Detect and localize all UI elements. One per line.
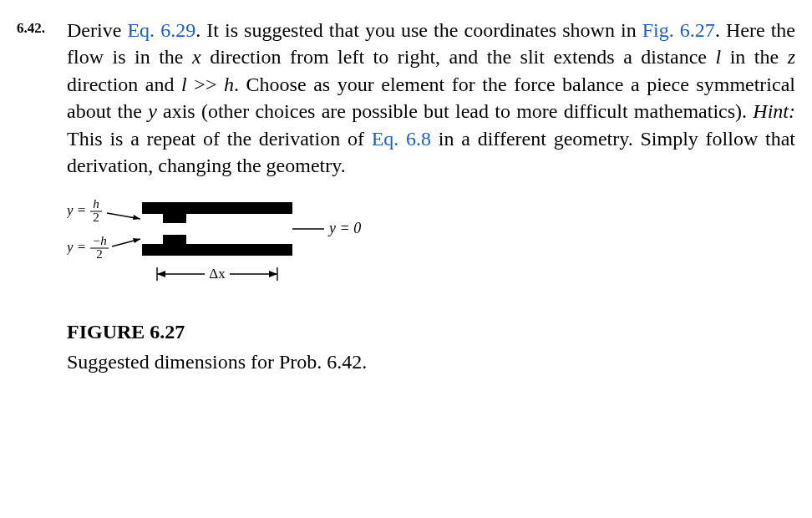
- label-y-top: y = h 2: [67, 197, 102, 224]
- svg-text:2: 2: [93, 211, 99, 224]
- label-y-bot: y = −h 2: [67, 234, 109, 261]
- problem-block: 6.42. Derive Eq. 6.29. It is suggested t…: [17, 17, 795, 376]
- top-plate: [142, 202, 292, 223]
- svg-text:y =: y =: [67, 239, 86, 255]
- svg-text:Δx: Δx: [209, 266, 226, 282]
- figure-block: y = h 2 y = −h 2: [67, 194, 795, 375]
- svg-marker-21: [269, 271, 277, 277]
- equation-reference-link[interactable]: Eq. 6.8: [372, 128, 431, 150]
- equation-reference-link[interactable]: Eq. 6.29: [127, 19, 195, 41]
- bottom-plate: [142, 235, 292, 256]
- figure-reference-link[interactable]: Fig. 6.27: [642, 19, 715, 41]
- svg-rect-15: [163, 235, 186, 244]
- svg-rect-13: [163, 214, 186, 223]
- hint-label: Hint:: [753, 100, 795, 122]
- variable-x: x: [192, 46, 201, 68]
- svg-text:2: 2: [96, 247, 103, 261]
- text: >>: [187, 74, 224, 95]
- svg-text:y =: y =: [67, 202, 86, 218]
- svg-text:h: h: [93, 197, 99, 211]
- svg-marker-11: [133, 238, 140, 243]
- svg-text:−h: −h: [92, 234, 107, 247]
- variable-z: z: [788, 46, 795, 68]
- svg-marker-19: [157, 271, 165, 277]
- figure-caption-title: FIGURE 6.27: [67, 318, 795, 345]
- arrow-bot-label: [112, 238, 140, 246]
- svg-rect-12: [142, 202, 292, 214]
- text: . It is suggested that you use the coord…: [195, 19, 642, 41]
- figure-caption-body: Suggested dimensions for Prob. 6.42.: [67, 348, 795, 375]
- text: direction from left to right, and the sl…: [201, 46, 716, 68]
- variable-y: y: [148, 100, 157, 122]
- text: Derive: [67, 19, 127, 41]
- text: This is a repeat of the derivation of: [67, 128, 372, 150]
- text: axis (other choices are possible but lea…: [157, 100, 754, 122]
- label-y-zero: y = 0: [327, 220, 361, 236]
- text: in the: [721, 46, 788, 68]
- variable-h: h: [224, 74, 234, 95]
- arrow-top-label: [107, 213, 140, 220]
- slit-flow-diagram-icon: y = h 2 y = −h 2: [67, 194, 418, 302]
- problem-number: 6.42.: [17, 17, 67, 37]
- text: direction and: [67, 74, 181, 95]
- variable-l: l: [181, 74, 187, 95]
- dimension-dx: Δx: [157, 266, 277, 282]
- svg-marker-5: [133, 215, 140, 220]
- figure-diagram: y = h 2 y = −h 2: [67, 194, 795, 309]
- svg-rect-14: [142, 244, 292, 256]
- problem-text: Derive Eq. 6.29. It is suggested that yo…: [67, 17, 795, 376]
